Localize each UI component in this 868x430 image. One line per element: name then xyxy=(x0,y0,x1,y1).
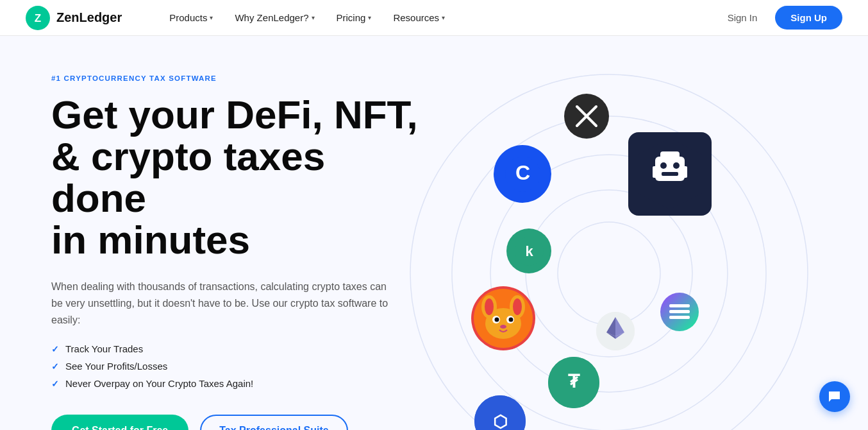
svg-rect-15 xyxy=(660,151,680,160)
svg-point-31 xyxy=(509,318,513,322)
svg-rect-18 xyxy=(662,172,678,176)
svg-rect-19 xyxy=(653,166,658,178)
logo-text: ZenLedger xyxy=(56,10,122,25)
chainlink-icon: ⬡ xyxy=(474,395,526,430)
checkmark-icon: ✓ xyxy=(51,361,59,372)
navbar: Z ZenLedger Products ▾ Why ZenLedger? ▾ … xyxy=(0,0,868,36)
hero-content: #1 CRYPTOCURRENCY TAX SOFTWARE Get your … xyxy=(51,74,423,430)
tax-professional-button[interactable]: Tax Professional Suite xyxy=(200,415,347,430)
svg-point-26 xyxy=(485,298,494,315)
signin-button[interactable]: Sign In xyxy=(720,7,765,28)
coinbase-icon: C xyxy=(494,145,551,203)
svg-text:₮: ₮ xyxy=(568,372,580,391)
chat-icon xyxy=(827,389,842,404)
hero-subtitle: When dealing with thousands of transacti… xyxy=(51,279,397,328)
svg-text:⬡: ⬡ xyxy=(493,412,508,430)
nav-resources[interactable]: Resources ▾ xyxy=(384,7,454,28)
checkmark-icon: ✓ xyxy=(51,344,59,354)
svg-text:Z: Z xyxy=(35,12,41,24)
xrp-icon xyxy=(564,94,609,139)
svg-point-27 xyxy=(513,298,522,315)
nav-products[interactable]: Products ▾ xyxy=(160,7,222,28)
svg-text:k: k xyxy=(525,243,533,259)
chevron-down-icon: ▾ xyxy=(312,14,315,21)
svg-point-2 xyxy=(558,222,660,325)
svg-text:C: C xyxy=(515,161,530,184)
shib-icon xyxy=(471,286,535,350)
chat-button[interactable] xyxy=(819,381,850,412)
hero-badge: #1 CRYPTOCURRENCY TAX SOFTWARE xyxy=(51,74,423,82)
metamask-icon xyxy=(628,132,712,216)
svg-rect-41 xyxy=(669,316,690,319)
chevron-down-icon: ▾ xyxy=(368,14,371,21)
svg-rect-40 xyxy=(669,310,690,313)
ethereum-icon xyxy=(596,312,635,350)
hero-graphic: C k xyxy=(436,74,830,430)
get-started-button[interactable]: Get Started for Free xyxy=(51,415,188,430)
nav-why[interactable]: Why ZenLedger? ▾ xyxy=(226,7,323,28)
svg-rect-20 xyxy=(682,166,687,178)
usdt-icon: ₮ xyxy=(548,357,599,408)
hero-title: Get your DeFi, NFT, & crypto taxes done … xyxy=(51,94,423,261)
hero-section: #1 CRYPTOCURRENCY TAX SOFTWARE Get your … xyxy=(0,36,868,430)
hero-buttons: Get Started for Free Tax Professional Su… xyxy=(51,415,423,430)
checklist-item-1: ✓ Track Your Trades xyxy=(51,343,423,354)
chevron-down-icon: ▾ xyxy=(210,14,213,21)
svg-point-32 xyxy=(500,325,506,329)
checklist-item-2: ✓ See Your Profits/Losses xyxy=(51,361,423,372)
solana-icon xyxy=(660,293,699,331)
spiral-background xyxy=(385,49,833,430)
signup-button[interactable]: Sign Up xyxy=(775,6,842,30)
hero-checklist: ✓ Track Your Trades ✓ See Your Profits/L… xyxy=(51,343,423,389)
svg-point-17 xyxy=(673,162,680,169)
nav-auth: Sign In Sign Up xyxy=(720,6,842,30)
svg-point-30 xyxy=(495,318,499,322)
nav-links: Products ▾ Why ZenLedger? ▾ Pricing ▾ Re… xyxy=(160,7,719,28)
logo-icon: Z xyxy=(26,6,50,30)
svg-point-16 xyxy=(660,162,667,169)
svg-point-6 xyxy=(410,74,808,430)
checkmark-icon: ✓ xyxy=(51,379,59,389)
logo-link[interactable]: Z ZenLedger xyxy=(26,6,122,30)
checklist-item-3: ✓ Never Overpay on Your Crypto Taxes Aga… xyxy=(51,378,423,389)
svg-rect-39 xyxy=(669,304,690,307)
chevron-down-icon: ▾ xyxy=(442,14,445,21)
kucoin-icon: k xyxy=(506,228,551,273)
nav-pricing[interactable]: Pricing ▾ xyxy=(328,7,381,28)
